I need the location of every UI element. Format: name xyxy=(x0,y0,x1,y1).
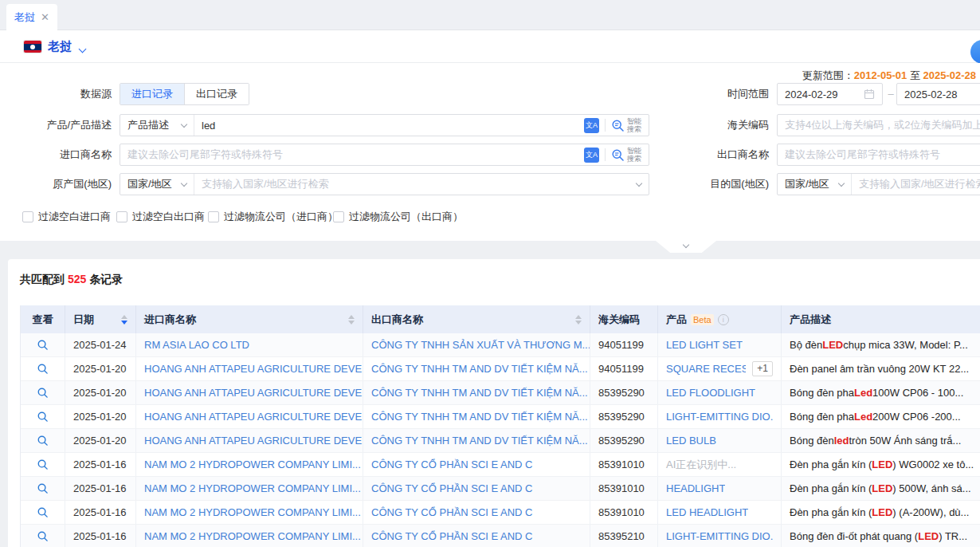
sort-icon xyxy=(115,315,127,325)
trade-data-app: 老挝 ✕ 老挝 更新范围：2012-05-01 至 2025-02-28 数据源… xyxy=(0,0,980,547)
view-button[interactable] xyxy=(21,405,65,428)
date-start-input[interactable]: 2024-02-29 xyxy=(777,83,883,105)
importer-link[interactable]: HOANG ANH ATTAPEU AGRICULTURE DEVE... xyxy=(136,405,363,428)
exporter-name-input[interactable]: 建议去除公司尾部字符或特殊符号 xyxy=(777,144,980,166)
header-view: 查看 xyxy=(21,305,65,333)
product-link[interactable]: HEADLIGHT xyxy=(666,482,725,494)
header-product: 产品Betai xyxy=(658,305,782,333)
origin-type-select[interactable]: 国家/地区 xyxy=(120,174,194,195)
info-icon[interactable]: i xyxy=(718,314,729,325)
date-cell: 2025-01-16 xyxy=(65,525,136,547)
chevron-down-icon xyxy=(636,179,642,186)
product-link[interactable]: LIGHT-EMITTING DIO... xyxy=(666,411,773,423)
importer-link[interactable]: NAM MO 2 HYDROPOWER COMPANY LIMI... xyxy=(136,453,363,476)
product-search-input[interactable]: led 文A 智能搜索 xyxy=(194,115,649,136)
product-link[interactable]: SQUARE RECESS... xyxy=(666,363,746,375)
header-importer[interactable]: 进口商名称 xyxy=(136,305,363,333)
country-selector[interactable]: 老挝 xyxy=(48,39,72,54)
filter-blank-exporter-checkbox[interactable]: 过滤空白出口商 xyxy=(116,210,205,224)
dest-type-select[interactable]: 国家/地区 xyxy=(778,174,852,195)
product-desc-cell: Đèn pha gắn kín (LED) (A-200W), dù... xyxy=(782,501,980,524)
hs-code-cell: 85395290 xyxy=(590,381,658,404)
exporter-link[interactable]: CÔNG TY TNHH TM AND DV TIẾT KIỆM NĂ... xyxy=(363,429,590,452)
export-records-tab[interactable]: 出口记录 xyxy=(184,84,249,104)
product-link[interactable]: LIGHT-EMITTING DIO... xyxy=(666,530,773,542)
date-cell: 2025-01-16 xyxy=(65,477,136,500)
sort-icon xyxy=(569,315,582,325)
smart-search-icon xyxy=(611,148,625,162)
exporter-link[interactable]: CÔNG TY CỔ PHẦN SCI E AND C xyxy=(363,477,590,500)
import-records-tab[interactable]: 进口记录 xyxy=(120,84,184,104)
translate-icon[interactable]: 文A xyxy=(584,148,599,163)
header-date[interactable]: 日期 xyxy=(65,305,136,333)
date-end-input[interactable]: 2025-02-28 xyxy=(896,83,980,105)
close-icon[interactable]: ✕ xyxy=(41,12,49,22)
importer-link[interactable]: NAM MO 2 HYDROPOWER COMPANY LIMI... xyxy=(136,525,363,547)
exporter-link[interactable]: CÔNG TY CỔ PHẦN SCI E AND C xyxy=(363,501,590,524)
hs-code-cell: 85391010 xyxy=(590,477,658,500)
dest-country-input[interactable]: 支持输入国家/地区进行检索 xyxy=(852,174,980,195)
importer-link[interactable]: NAM MO 2 HYDROPOWER COMPANY LIMI... xyxy=(136,477,363,500)
hs-code-input[interactable]: 支持4位以上海关编码，或2位海关编码加上产品 xyxy=(777,114,980,136)
product-type-select[interactable]: 产品描述 xyxy=(120,115,194,136)
product-link[interactable]: LED BULB xyxy=(666,435,716,447)
view-button[interactable] xyxy=(21,381,65,404)
view-button[interactable] xyxy=(21,357,65,380)
chevron-down-icon[interactable] xyxy=(80,42,85,54)
filter-logistics-importer-checkbox[interactable]: 过滤物流公司（进口商） xyxy=(208,210,338,224)
importer-label: 进口商名称 xyxy=(0,144,112,166)
results-table: 查看 日期 进口商名称 出口商名称 海关编码 产品Betai 产品描述 2025… xyxy=(20,305,980,547)
exporter-label: 出口商名称 xyxy=(665,144,769,166)
product-desc-cell: Bóng đèn pha Led 200W CP06 -200... xyxy=(782,405,980,428)
exporter-link[interactable]: CÔNG TY TNHH TM AND DV TIẾT KIỆM NĂ... xyxy=(363,357,590,380)
importer-link[interactable]: HOANG ANH ATTAPEU AGRICULTURE DEVE... xyxy=(136,429,363,452)
view-button[interactable] xyxy=(21,525,65,547)
view-button[interactable] xyxy=(21,477,65,500)
country-tab-laos[interactable]: 老挝 ✕ xyxy=(6,4,57,30)
smart-search-button[interactable]: 智能搜索 xyxy=(611,147,641,163)
view-button[interactable] xyxy=(21,453,65,476)
table-header-row: 查看 日期 进口商名称 出口商名称 海关编码 产品Betai 产品描述 xyxy=(21,305,980,333)
time-range-label: 时间范围 xyxy=(665,83,769,105)
product-desc-cell: Đèn pha gắn kín (LED) 500W, ánh sá... xyxy=(782,477,980,500)
product-link[interactable]: LED HEADLIGHT xyxy=(666,506,748,518)
product-desc-cell: Bóng đèn đi-ốt phát quang (LED) TR... xyxy=(782,525,980,547)
table-row: 2025-01-16 NAM MO 2 HYDROPOWER COMPANY L… xyxy=(21,525,980,547)
view-button[interactable] xyxy=(21,333,65,356)
importer-link[interactable]: HOANG ANH ATTAPEU AGRICULTURE DEVE... xyxy=(136,357,363,380)
beta-badge: Beta xyxy=(691,314,714,325)
collapse-filters-button[interactable] xyxy=(656,241,716,253)
origin-country-input[interactable]: 支持输入国家/地区进行检索 xyxy=(194,174,649,195)
ai-recognizing-label: AI正在识别中... xyxy=(666,458,736,472)
exporter-link[interactable]: CÔNG TY CỔ PHẦN SCI E AND C xyxy=(363,525,590,547)
hs-code-cell: 94051199 xyxy=(590,333,658,356)
exporter-link[interactable]: CÔNG TY CỔ PHẦN SCI E AND C xyxy=(363,453,590,476)
filter-blank-importer-checkbox[interactable]: 过滤空白进口商 xyxy=(22,210,111,224)
translate-icon[interactable]: 文A xyxy=(584,118,599,133)
tab-label: 老挝 xyxy=(14,10,35,25)
exporter-link[interactable]: CÔNG TY TNHH TM AND DV TIẾT KIỆM NĂ... xyxy=(363,381,590,404)
smart-search-button[interactable]: 智能搜索 xyxy=(611,117,641,133)
filter-logistics-exporter-checkbox[interactable]: 过滤物流公司（出口商） xyxy=(333,210,463,224)
product-link[interactable]: LED FLOODLIGHT xyxy=(666,387,755,399)
header-hs: 海关编码 xyxy=(590,305,658,333)
importer-name-input[interactable]: 建议去除公司尾部字符或特殊符号 文A 智能搜索 xyxy=(120,144,649,166)
view-button[interactable] xyxy=(21,429,65,452)
floating-help-icon[interactable] xyxy=(970,40,980,64)
importer-link[interactable]: RM ASIA LAO CO LTD xyxy=(136,333,363,356)
product-desc-cell: Bộ đèn LED chụp mica 33W, Model: P... xyxy=(782,333,980,356)
table-row: 2025-01-16 NAM MO 2 HYDROPOWER COMPANY L… xyxy=(21,501,980,525)
dest-country-combo: 国家/地区 支持输入国家/地区进行检索 xyxy=(777,173,980,195)
view-button[interactable] xyxy=(21,501,65,524)
search-icon xyxy=(37,435,49,447)
search-icon xyxy=(37,411,49,423)
exporter-link[interactable]: CÔNG TY TNHH SẢN XUẤT VÀ THƯƠNG M... xyxy=(363,333,590,356)
exporter-link[interactable]: CÔNG TY TNHH TM AND DV TIẾT KIỆM NĂ... xyxy=(363,405,590,428)
importer-link[interactable]: NAM MO 2 HYDROPOWER COMPANY LIMI... xyxy=(136,501,363,524)
table-row: 2025-01-16 NAM MO 2 HYDROPOWER COMPANY L… xyxy=(21,477,980,501)
more-products-badge[interactable]: +1 xyxy=(752,361,773,376)
product-link[interactable]: LED LIGHT SET xyxy=(666,339,743,351)
header-exporter[interactable]: 出口商名称 xyxy=(363,305,590,333)
data-source-label: 数据源 xyxy=(0,83,112,105)
importer-link[interactable]: HOANG ANH ATTAPEU AGRICULTURE DEVE... xyxy=(136,381,363,404)
